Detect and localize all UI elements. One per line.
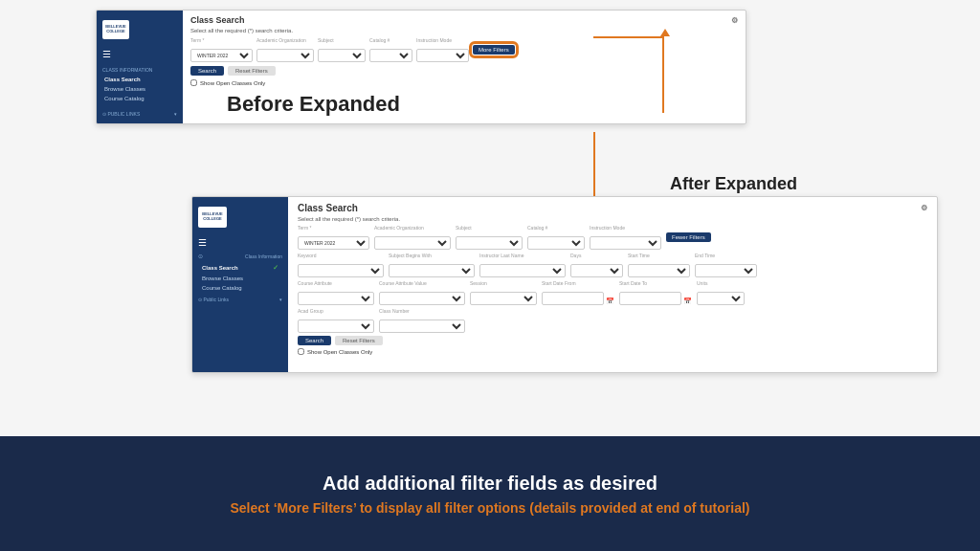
before-acad-label: Academic Organization xyxy=(256,37,314,43)
after-start-time-group: Start Time xyxy=(628,253,690,277)
after-course-attr-val-group: Course Attribute Value xyxy=(379,280,465,305)
after-acad-group: Academic Organization xyxy=(374,225,451,250)
after-class-search-label: Class Search xyxy=(202,265,238,271)
after-session-group: Session xyxy=(470,280,537,305)
before-sidebar-section2: ⊙ Public Links ▾ xyxy=(97,107,183,119)
after-instr-last-group: Instructor Last Name xyxy=(479,253,566,277)
before-instr-select[interactable] xyxy=(416,49,469,62)
before-show-open-checkbox[interactable] xyxy=(190,79,197,86)
after-keyword-select[interactable] xyxy=(298,264,384,277)
after-acad-select[interactable] xyxy=(374,236,451,250)
after-start-to-input[interactable] xyxy=(619,292,681,305)
after-screenshot: BELLEVUECOLLEGE ☰ ⊙ Class Information Cl… xyxy=(191,196,938,373)
before-filters-row: Term * WINTER 2022 Academic Organization… xyxy=(190,37,738,62)
before-criteria-text: Select all the required (*) search crite… xyxy=(190,28,738,33)
after-search-button[interactable]: Search xyxy=(298,336,331,345)
after-end-time-select[interactable] xyxy=(695,264,757,277)
before-acad-select[interactable] xyxy=(256,49,314,62)
before-search-button[interactable]: Search xyxy=(190,66,224,76)
before-sidebar-browse-classes[interactable]: Browse Classes xyxy=(97,84,183,94)
before-expanded-label: Before Expanded xyxy=(227,92,400,117)
more-filters-button[interactable]: More Filters xyxy=(473,45,515,55)
after-section2-label: ⊙ Public Links xyxy=(198,297,229,302)
before-page-title-row: Class Search ⚙ xyxy=(190,15,738,25)
after-course-attr-val-select[interactable] xyxy=(379,292,465,305)
after-section1-icon: ⊙ xyxy=(198,253,203,259)
after-sidebar-browse-classes[interactable]: Browse Classes xyxy=(192,274,288,283)
after-start-time-label: Start Time xyxy=(628,253,690,258)
after-start-from-inner: Start Date From xyxy=(542,280,604,305)
after-sidebar-course-catalog[interactable]: Course Catalog xyxy=(192,283,288,293)
before-logo-box: BELLEVUECOLLEGE xyxy=(102,20,129,39)
after-page-title-row: Class Search ⚙ xyxy=(298,203,927,213)
after-sidebar-class-search[interactable]: Class Search ✓ xyxy=(192,262,288,274)
after-start-to-label: Start Date To xyxy=(619,280,681,286)
after-instr-select[interactable] xyxy=(590,236,661,250)
after-acad-label: Academic Organization xyxy=(374,225,451,231)
after-days-select[interactable] xyxy=(570,264,623,277)
after-start-from-cal-icon[interactable]: 📅 xyxy=(606,298,614,305)
before-logo-text: BELLEVUECOLLEGE xyxy=(105,25,125,34)
after-subject-group: Subject xyxy=(456,225,523,250)
after-units-select[interactable] xyxy=(697,292,745,305)
before-reset-button[interactable]: Reset Filters xyxy=(228,66,276,76)
after-filter-row4: Acad Group Class Number xyxy=(298,308,927,333)
before-term-select[interactable]: WINTER 2022 xyxy=(190,49,253,62)
after-gear-icon[interactable]: ⚙ xyxy=(921,204,927,212)
after-class-search-check: ✓ xyxy=(273,264,278,272)
after-acad-grp-label: Acad Group xyxy=(298,308,374,314)
arrow-tip xyxy=(660,29,670,36)
after-show-open-label: Show Open Classes Only xyxy=(307,349,372,355)
after-term-select[interactable]: WINTER 2022 xyxy=(298,236,369,250)
after-course-attr-select[interactable] xyxy=(298,292,374,305)
before-logo-area: BELLEVUECOLLEGE xyxy=(97,16,183,43)
before-menu-icon[interactable]: ☰ xyxy=(97,47,183,61)
after-instr-group: Instruction Mode xyxy=(590,225,661,250)
after-instr-last-label: Instructor Last Name xyxy=(479,253,566,258)
before-section2-header: ⊙ Public Links ▾ xyxy=(97,107,183,119)
after-subj-begins-group: Subject Begins With xyxy=(389,253,475,277)
after-acad-grp-select[interactable] xyxy=(298,320,374,333)
after-start-time-select[interactable] xyxy=(628,264,690,277)
after-session-select[interactable] xyxy=(470,292,537,305)
after-subject-select[interactable] xyxy=(456,236,523,250)
before-subject-label: Subject xyxy=(318,37,366,43)
after-catalog-select[interactable] xyxy=(527,236,585,250)
before-catalog-label: Catalog # xyxy=(369,37,412,43)
after-show-open-checkbox[interactable] xyxy=(298,348,304,355)
before-sidebar-section1: Class Information Class Search Browse Cl… xyxy=(97,65,183,103)
banner-main-text: Add additional filter fields as desired xyxy=(323,473,657,495)
after-start-to-cal-icon[interactable]: 📅 xyxy=(683,298,692,305)
after-start-to-group: Start Date To 📅 xyxy=(619,280,692,305)
after-reset-button[interactable]: Reset Filters xyxy=(335,336,383,345)
after-course-attr-label: Course Attribute xyxy=(298,280,374,286)
after-acad-grp-group: Acad Group xyxy=(298,308,374,333)
after-section2-chevron: ▾ xyxy=(279,297,282,302)
after-menu-icon[interactable]: ☰ xyxy=(192,235,288,250)
after-subj-begins-select[interactable] xyxy=(389,264,475,277)
before-instr-group: Instruction Mode xyxy=(416,37,469,62)
before-subject-group: Subject xyxy=(318,37,366,62)
after-class-num-select[interactable] xyxy=(379,320,465,333)
after-start-from-input[interactable] xyxy=(542,292,604,305)
after-expanded-label: After Expanded xyxy=(670,174,797,194)
after-instr-label: Instruction Mode xyxy=(590,225,661,231)
before-show-open: Show Open Classes Only xyxy=(190,79,738,86)
after-end-time-group: End Time xyxy=(695,253,757,277)
before-sidebar-class-search[interactable]: Class Search xyxy=(97,75,183,84)
after-page-title: Class Search xyxy=(298,203,358,213)
after-section1-header: ⊙ Class Information xyxy=(192,250,288,262)
arrow-horizontal xyxy=(593,36,664,38)
before-gear-icon[interactable]: ⚙ xyxy=(731,16,738,25)
after-action-row: Search Reset Filters xyxy=(298,336,927,345)
after-instr-last-select[interactable] xyxy=(479,264,566,277)
before-term-group: Term * WINTER 2022 xyxy=(190,37,253,62)
before-catalog-group: Catalog # xyxy=(369,37,412,62)
after-main: Class Search ⚙ Select all the required (… xyxy=(288,197,937,372)
fewer-filters-button[interactable]: Fewer Filters xyxy=(666,232,711,242)
before-catalog-select[interactable] xyxy=(369,49,412,62)
after-keyword-group: Keyword xyxy=(298,253,384,277)
before-section2-label: ⊙ Public Links xyxy=(102,111,140,117)
before-sidebar-course-catalog[interactable]: Course Catalog xyxy=(97,94,183,103)
before-subject-select[interactable] xyxy=(318,49,366,62)
